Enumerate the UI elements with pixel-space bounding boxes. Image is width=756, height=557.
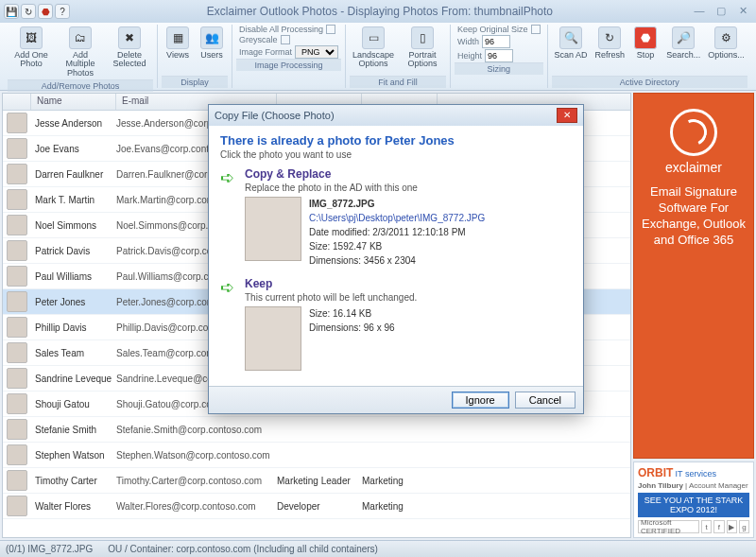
cell-name: Joe Evans bbox=[31, 144, 116, 154]
keep-original-checkbox[interactable] bbox=[531, 25, 541, 34]
width-label: Width bbox=[457, 37, 479, 46]
stop-button[interactable]: ⬣Stop bbox=[629, 25, 662, 76]
qat-stop-icon[interactable]: ⬣ bbox=[38, 4, 53, 19]
ribbon: 🖼Add One Photo 🗂Add Multiple Photos ✖Del… bbox=[0, 23, 756, 91]
ad-text: Email Signature Software For Exchange, O… bbox=[640, 184, 747, 249]
height-label: Height bbox=[457, 51, 482, 61]
landscape-icon: ▭ bbox=[362, 26, 385, 49]
ribbon-group-label: Sizing bbox=[455, 62, 543, 75]
ribbon-group-label: Image Processing bbox=[236, 59, 341, 71]
cell-name: Jesse Anderson bbox=[31, 118, 116, 129]
cell-name: Mark T. Martin bbox=[31, 195, 116, 205]
user-photo-thumbnail bbox=[7, 419, 27, 440]
width-input[interactable] bbox=[482, 35, 510, 48]
add-photo-icon: 🖼 bbox=[20, 26, 43, 49]
minimize-button[interactable]: — bbox=[690, 5, 709, 18]
arrow-right-icon: ➪ bbox=[220, 277, 237, 371]
copy-replace-title: Copy & Replace bbox=[245, 167, 572, 181]
close-button[interactable]: ✕ bbox=[733, 5, 752, 18]
user-photo-thumbnail bbox=[7, 470, 27, 491]
copy-file-dialog: Copy File (Choose Photo) ✕ There is alre… bbox=[208, 104, 584, 414]
add-photos-icon: 🗂 bbox=[69, 26, 92, 49]
delete-icon: ✖ bbox=[118, 26, 141, 49]
qat-help-icon[interactable]: ? bbox=[55, 4, 70, 19]
maximize-button[interactable]: ▢ bbox=[712, 5, 730, 18]
current-photo-thumbnail bbox=[245, 306, 301, 371]
exclaimer-brand: exclaimer bbox=[665, 160, 722, 175]
cell-name: Stefanie Smith bbox=[31, 425, 116, 435]
status-file: (0/1) IMG_8772.JPG bbox=[6, 544, 93, 554]
add-one-photo-button[interactable]: 🖼Add One Photo bbox=[8, 25, 55, 79]
status-container: OU / Container: corp.contoso.com (Includ… bbox=[108, 544, 378, 554]
landscape-options-button[interactable]: ▭Landscape Options bbox=[350, 25, 397, 76]
views-button[interactable]: ▦Views bbox=[162, 25, 194, 76]
cell-name: Shouji Gatou bbox=[31, 399, 116, 409]
keep-original-label: Keep Original Size bbox=[457, 25, 528, 34]
search-button[interactable]: 🔎Search... bbox=[663, 25, 703, 76]
orbit-ad: ORBIT IT services John Tilbury | Account… bbox=[633, 461, 754, 538]
exclaimer-logo-icon bbox=[670, 109, 717, 156]
user-photo-thumbnail bbox=[7, 444, 27, 465]
user-photo-thumbnail bbox=[7, 164, 27, 184]
portrait-icon: ▯ bbox=[411, 26, 434, 49]
add-multiple-photos-button[interactable]: 🗂Add Multiple Photos bbox=[57, 25, 104, 79]
cell-name: Timothy Carter bbox=[31, 476, 116, 486]
qat-save-icon[interactable]: 💾 bbox=[4, 4, 19, 19]
greyscale-checkbox[interactable] bbox=[281, 35, 290, 44]
options-button[interactable]: ⚙Options... bbox=[705, 25, 747, 76]
twitter-icon[interactable]: t bbox=[701, 520, 712, 533]
qat-refresh-icon[interactable]: ↻ bbox=[21, 4, 36, 19]
cell-name: Peter Jones bbox=[31, 297, 116, 307]
table-row[interactable]: Stefanie SmithStefanie.Smith@corp.contos… bbox=[3, 417, 630, 443]
cell-name: Sales Team bbox=[31, 348, 116, 358]
cell-name: Darren Faulkner bbox=[31, 169, 116, 180]
copy-replace-option[interactable]: ➪ Copy & Replace Replace the photo in th… bbox=[220, 167, 572, 268]
disable-processing-label: Disable All Processing bbox=[239, 25, 323, 34]
dialog-close-button[interactable]: ✕ bbox=[557, 108, 577, 123]
cell-name: Walter Flores bbox=[31, 501, 116, 512]
cell-name: Stephen Watson bbox=[31, 450, 116, 461]
ribbon-group-label: Fit and Fill bbox=[350, 76, 446, 88]
ribbon-group-label: Active Directory bbox=[552, 76, 747, 88]
cell-name: Patrick Davis bbox=[31, 246, 116, 256]
user-photo-thumbnail bbox=[7, 368, 27, 389]
facebook-icon[interactable]: f bbox=[713, 520, 724, 533]
search-icon: 🔎 bbox=[672, 26, 695, 49]
dialog-titlebar[interactable]: Copy File (Choose Photo) ✕ bbox=[209, 105, 583, 126]
cell-name: Noel Simmons bbox=[31, 220, 116, 231]
refresh-button[interactable]: ↻Refresh bbox=[593, 25, 628, 76]
cell-email: Stephen.Watson@corp.contoso.com bbox=[116, 450, 277, 461]
window-title: Exclaimer Outlook Photos - Displaying Ph… bbox=[70, 5, 690, 18]
image-format-select[interactable]: PNG bbox=[295, 45, 338, 59]
cell-email: Walter.Flores@corp.contoso.com bbox=[116, 501, 277, 512]
ignore-button[interactable]: Ignore bbox=[452, 392, 509, 409]
greyscale-label: Greyscale bbox=[239, 35, 278, 44]
delete-selected-button[interactable]: ✖Delete Selected bbox=[106, 25, 153, 79]
orbit-logo: ORBIT bbox=[638, 466, 673, 479]
user-photo-thumbnail bbox=[7, 113, 27, 133]
users-button[interactable]: 👥Users bbox=[196, 25, 228, 76]
keep-option[interactable]: ➪ Keep This current photo will be left u… bbox=[220, 277, 572, 371]
gplus-icon[interactable]: g bbox=[739, 520, 749, 533]
cell-email: Timothy.Carter@corp.contoso.com bbox=[116, 476, 277, 486]
cell-name: Paul Williams bbox=[31, 271, 116, 282]
col-name[interactable]: Name bbox=[31, 94, 116, 110]
table-row[interactable]: Walter FloresWalter.Flores@corp.contoso.… bbox=[3, 494, 630, 519]
table-row[interactable]: Stephen WatsonStephen.Watson@corp.contos… bbox=[3, 443, 630, 468]
dialog-heading: There is already a photo for Peter Jones bbox=[220, 133, 572, 148]
stop-icon: ⬣ bbox=[634, 26, 657, 49]
statusbar: (0/1) IMG_8772.JPG OU / Container: corp.… bbox=[0, 540, 756, 557]
exclaimer-ad[interactable]: exclaimer Email Signature Software For E… bbox=[633, 93, 754, 459]
disable-processing-checkbox[interactable] bbox=[326, 25, 335, 34]
youtube-icon[interactable]: ▶ bbox=[727, 520, 737, 533]
scan-ad-button[interactable]: 🔍Scan AD bbox=[552, 25, 591, 76]
refresh-icon: ↻ bbox=[598, 26, 621, 49]
dialog-title: Copy File (Choose Photo) bbox=[215, 110, 335, 121]
height-input[interactable] bbox=[485, 49, 513, 62]
portrait-options-button[interactable]: ▯Portrait Options bbox=[399, 25, 446, 76]
table-row[interactable]: Timothy CarterTimothy.Carter@corp.contos… bbox=[3, 468, 630, 494]
cancel-button[interactable]: Cancel bbox=[515, 392, 576, 409]
user-photo-thumbnail bbox=[7, 291, 27, 312]
ribbon-group-label: Add/Remove Photos bbox=[8, 79, 153, 92]
user-photo-thumbnail bbox=[7, 496, 27, 516]
